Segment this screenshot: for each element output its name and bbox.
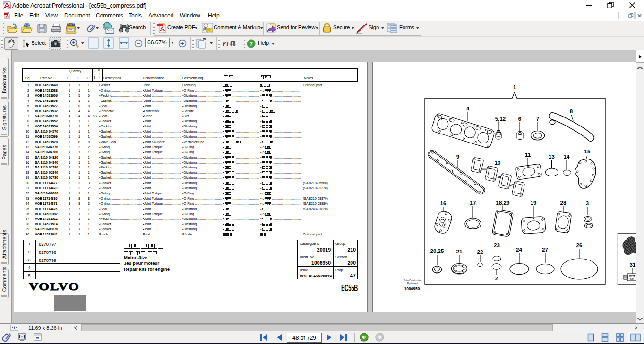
svg-text:14: 14 bbox=[564, 154, 570, 159]
svg-text:-4(2): -4(2) bbox=[629, 278, 634, 280]
svg-text:6: 6 bbox=[518, 116, 521, 122]
svg-text:4: 4 bbox=[466, 106, 470, 111]
svg-text:9: 9 bbox=[456, 154, 459, 159]
svg-text:27: 27 bbox=[542, 247, 548, 252]
svg-text:?: ? bbox=[249, 41, 253, 47]
svg-text:11: 11 bbox=[525, 152, 531, 158]
svg-text:31: 31 bbox=[630, 262, 636, 268]
svg-text:17: 17 bbox=[470, 200, 476, 206]
svg-text:28: 28 bbox=[560, 200, 567, 206]
svg-text:15: 15 bbox=[584, 149, 591, 154]
svg-text:Equipment: Equipment bbox=[407, 282, 418, 285]
svg-text:18,29: 18,29 bbox=[496, 200, 510, 206]
svg-text:26: 26 bbox=[576, 243, 583, 248]
svg-text:1006950: 1006950 bbox=[404, 286, 420, 291]
svg-text:8: 8 bbox=[570, 109, 573, 114]
svg-text:10: 10 bbox=[495, 160, 501, 166]
svg-text:13: 13 bbox=[549, 154, 555, 159]
svg-text:2: 2 bbox=[495, 276, 498, 281]
svg-text:7: 7 bbox=[536, 116, 539, 122]
svg-text:23: 23 bbox=[494, 243, 500, 248]
svg-text:19: 19 bbox=[531, 200, 537, 206]
svg-text:5,12: 5,12 bbox=[495, 116, 506, 122]
svg-text:22: 22 bbox=[477, 249, 483, 255]
svg-text:Volvo Construction: Volvo Construction bbox=[404, 279, 422, 282]
svg-text:31777: 31777 bbox=[629, 275, 635, 277]
svg-text:16: 16 bbox=[440, 201, 447, 206]
svg-text:24: 24 bbox=[516, 247, 522, 252]
svg-text:3: 3 bbox=[586, 201, 589, 206]
svg-text:21: 21 bbox=[456, 249, 463, 254]
svg-text:1: 1 bbox=[513, 84, 516, 90]
svg-text:20,25: 20,25 bbox=[430, 248, 444, 254]
